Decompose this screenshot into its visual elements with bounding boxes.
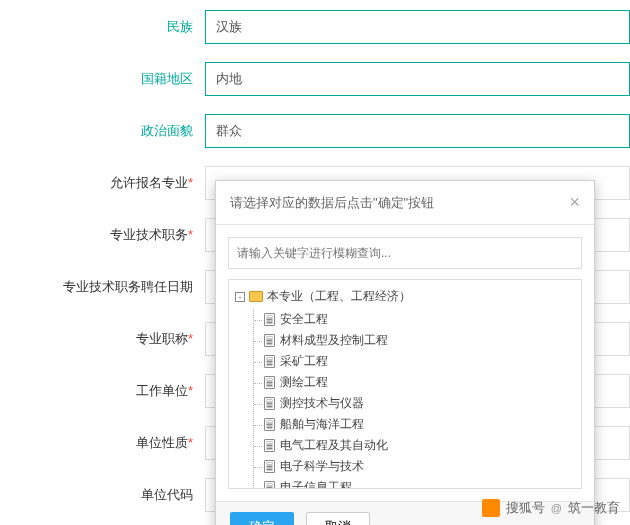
tree[interactable]: - 本专业（工程、工程经济） 安全工程材料成型及控制工程采矿工程测绘工程测控技术… bbox=[228, 279, 582, 489]
tree-root-label: 本专业（工程、工程经济） bbox=[267, 288, 411, 305]
watermark-author: 筑一教育 bbox=[568, 499, 620, 517]
folder-icon bbox=[249, 291, 263, 302]
tree-item[interactable]: 采矿工程 bbox=[254, 351, 575, 372]
tree-root[interactable]: - 本专业（工程、工程经济） bbox=[235, 288, 575, 305]
close-icon[interactable]: × bbox=[569, 192, 580, 213]
document-icon bbox=[264, 418, 275, 431]
document-icon bbox=[264, 481, 275, 489]
document-icon bbox=[264, 376, 275, 389]
tree-item-label: 电子信息工程 bbox=[280, 479, 352, 489]
tree-item-label: 材料成型及控制工程 bbox=[280, 332, 388, 349]
tree-item-label: 电气工程及其自动化 bbox=[280, 437, 388, 454]
document-icon bbox=[264, 313, 275, 326]
document-icon bbox=[264, 397, 275, 410]
tree-children: 安全工程材料成型及控制工程采矿工程测绘工程测控技术与仪器船舶与海洋工程电气工程及… bbox=[253, 309, 575, 489]
major-select-modal: 请选择对应的数据后点击"确定"按钮 × - 本专业（工程、工程经济） 安全工程材… bbox=[215, 180, 595, 525]
tree-item-label: 电子科学与技术 bbox=[280, 458, 364, 475]
sohu-logo-icon bbox=[482, 499, 500, 517]
modal-title: 请选择对应的数据后点击"确定"按钮 bbox=[230, 194, 434, 212]
tree-item-label: 采矿工程 bbox=[280, 353, 328, 370]
watermark: 搜狐号 @ 筑一教育 bbox=[482, 499, 620, 517]
document-icon bbox=[264, 355, 275, 368]
tree-item[interactable]: 材料成型及控制工程 bbox=[254, 330, 575, 351]
tree-item-label: 测绘工程 bbox=[280, 374, 328, 391]
watermark-brand: 搜狐号 bbox=[506, 499, 545, 517]
document-icon bbox=[264, 439, 275, 452]
cancel-button[interactable]: 取消 bbox=[306, 512, 370, 525]
tree-item[interactable]: 船舶与海洋工程 bbox=[254, 414, 575, 435]
tree-item[interactable]: 安全工程 bbox=[254, 309, 575, 330]
tree-item[interactable]: 测控技术与仪器 bbox=[254, 393, 575, 414]
minus-icon[interactable]: - bbox=[235, 292, 245, 302]
tree-item[interactable]: 测绘工程 bbox=[254, 372, 575, 393]
tree-item-label: 安全工程 bbox=[280, 311, 328, 328]
tree-item-label: 船舶与海洋工程 bbox=[280, 416, 364, 433]
tree-item-label: 测控技术与仪器 bbox=[280, 395, 364, 412]
search-input[interactable] bbox=[228, 237, 582, 269]
modal-header: 请选择对应的数据后点击"确定"按钮 × bbox=[216, 181, 594, 225]
document-icon bbox=[264, 334, 275, 347]
modal-body: - 本专业（工程、工程经济） 安全工程材料成型及控制工程采矿工程测绘工程测控技术… bbox=[216, 225, 594, 501]
modal-backdrop: 请选择对应的数据后点击"确定"按钮 × - 本专业（工程、工程经济） 安全工程材… bbox=[0, 0, 630, 525]
confirm-button[interactable]: 确定 bbox=[230, 512, 294, 525]
tree-item[interactable]: 电子信息工程 bbox=[254, 477, 575, 489]
tree-item[interactable]: 电气工程及其自动化 bbox=[254, 435, 575, 456]
tree-item[interactable]: 电子科学与技术 bbox=[254, 456, 575, 477]
watermark-sep: @ bbox=[551, 502, 562, 514]
document-icon bbox=[264, 460, 275, 473]
